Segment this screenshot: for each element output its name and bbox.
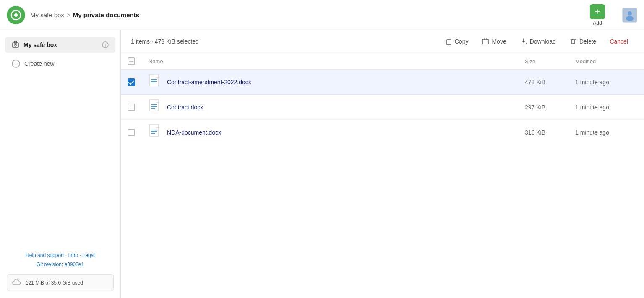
svg-point-2 (628, 11, 632, 16)
breadcrumb-current: My private documents (73, 11, 139, 18)
avatar[interactable] (622, 8, 637, 23)
copy-label: Copy (455, 38, 469, 45)
move-button[interactable]: Move (476, 35, 512, 48)
download-button[interactable]: Download (514, 35, 562, 48)
intro-link[interactable]: Intro (68, 252, 78, 258)
delete-label: Delete (579, 38, 596, 45)
file-doc-icon (149, 74, 162, 90)
svg-point-3 (626, 16, 634, 21)
copy-button[interactable]: Copy (439, 35, 475, 48)
svg-point-6 (15, 44, 16, 46)
sidebar: My safe box i + Create new Help and supp… (0, 30, 121, 298)
move-icon (482, 38, 489, 45)
file-size: 473 KiB (518, 70, 568, 95)
svg-rect-5 (14, 41, 17, 43)
breadcrumb-parent[interactable]: My safe box (30, 11, 64, 18)
storage-info: 121 MiB of 35.0 GiB used (7, 274, 114, 291)
sidebar-links: Help and support · Intro · Legal (7, 252, 114, 258)
col-size-header: Size (518, 53, 568, 70)
cancel-button[interactable]: Cancel (604, 36, 634, 47)
add-icon: + (590, 4, 605, 19)
header-divider (615, 7, 615, 23)
selection-info: 1 items · 473 KiB selected (131, 38, 432, 45)
col-modified-header: Modified (568, 53, 644, 70)
table-row[interactable]: Contract-amendment-2022.docx473 KiB1 min… (121, 70, 644, 95)
create-new-item[interactable]: + Create new (5, 56, 115, 71)
delete-icon (569, 38, 577, 45)
svg-rect-15 (149, 99, 159, 111)
delete-button[interactable]: Delete (563, 35, 602, 48)
header-right: + Add (587, 3, 637, 28)
plus-icon: + (12, 60, 20, 68)
download-icon (520, 38, 527, 45)
file-checkbox[interactable] (128, 104, 135, 111)
table-row[interactable]: NDA-document.docx316 KiB1 minute ago (121, 120, 644, 145)
svg-point-1 (14, 13, 18, 17)
file-doc-icon (149, 99, 162, 115)
add-label: Add (593, 20, 602, 26)
col-check-header (121, 53, 142, 70)
legal-link[interactable]: Legal (83, 252, 95, 258)
file-toolbar: 1 items · 473 KiB selected Copy Move (121, 30, 644, 53)
safebox-icon (12, 41, 19, 49)
avatar-image (623, 8, 637, 22)
svg-rect-19 (149, 124, 159, 136)
sidebar-safebox-label: My safe box (23, 41, 98, 48)
help-support-link[interactable]: Help and support (26, 252, 64, 258)
svg-rect-10 (482, 39, 488, 44)
info-icon[interactable]: i (102, 41, 109, 48)
breadcrumb: My safe box > My private documents (30, 11, 139, 18)
main-content: 1 items · 473 KiB selected Copy Move (121, 30, 644, 298)
download-label: Download (530, 38, 556, 45)
storage-text: 121 MiB of 35.0 GiB used (26, 280, 83, 286)
table-header-row: Name Size Modified (121, 53, 644, 70)
main-layout: My safe box i + Create new Help and supp… (0, 30, 644, 298)
col-name-header: Name (142, 53, 518, 70)
table-row[interactable]: Contract.docx297 KiB1 minute ago (121, 95, 644, 120)
add-button[interactable]: + Add (587, 3, 608, 28)
file-table: Name Size Modified Contract-amendment-20… (121, 53, 644, 145)
file-name: NDA-document.docx (167, 129, 221, 136)
file-name: Contract-amendment-2022.docx (167, 79, 251, 86)
select-all-checkbox[interactable] (128, 57, 135, 65)
file-modified: 1 minute ago (568, 70, 644, 95)
file-name: Contract.docx (167, 104, 203, 111)
copy-icon (445, 38, 452, 45)
header-left: My safe box > My private documents (7, 6, 139, 24)
file-modified: 1 minute ago (568, 95, 644, 120)
sidebar-footer: Help and support · Intro · Legal Git rev… (0, 246, 120, 298)
git-revision: Git revision: e3902e1 (7, 262, 114, 267)
toolbar-actions: Copy Move Download (439, 35, 634, 48)
svg-rect-11 (149, 74, 159, 86)
file-size: 316 KiB (518, 120, 568, 145)
file-modified: 1 minute ago (568, 120, 644, 145)
breadcrumb-separator: > (67, 11, 70, 18)
svg-rect-9 (447, 40, 451, 45)
app-header: My safe box > My private documents + Add (0, 0, 644, 30)
file-size: 297 KiB (518, 95, 568, 120)
file-doc-icon (149, 124, 162, 140)
cloud-icon (12, 279, 21, 287)
app-logo (7, 6, 25, 24)
file-checkbox[interactable] (128, 78, 135, 86)
create-new-label: Create new (24, 60, 55, 67)
move-label: Move (492, 38, 506, 45)
file-checkbox[interactable] (128, 129, 135, 136)
sidebar-item-safebox[interactable]: My safe box i (5, 37, 115, 53)
svg-text:i: i (105, 43, 106, 47)
